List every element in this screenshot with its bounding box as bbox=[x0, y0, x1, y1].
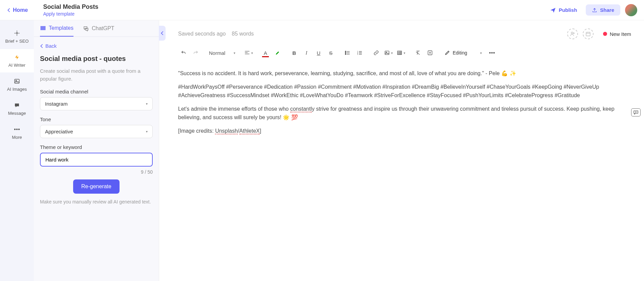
more-icon bbox=[489, 52, 495, 54]
svg-rect-14 bbox=[385, 51, 389, 55]
share-icon bbox=[592, 7, 597, 13]
new-item-label: New Item bbox=[610, 31, 631, 37]
home-label: Home bbox=[13, 7, 28, 13]
status-dot-icon bbox=[603, 32, 607, 36]
message-icon bbox=[14, 102, 20, 109]
regenerate-button[interactable]: Re-generate bbox=[73, 179, 120, 194]
underline-button[interactable]: U bbox=[313, 47, 324, 58]
insert-button[interactable] bbox=[425, 47, 435, 58]
chevron-down-icon: ▾ bbox=[146, 130, 148, 133]
chevron-left-icon bbox=[40, 44, 43, 48]
align-button[interactable]: ▾ bbox=[243, 47, 254, 58]
publish-label: Publish bbox=[559, 7, 577, 13]
chevron-left-icon bbox=[7, 8, 11, 13]
svg-point-6 bbox=[571, 32, 573, 34]
left-rail: Brief + SEO AI Writer AI Images Message bbox=[0, 20, 34, 281]
italic-button[interactable]: I bbox=[301, 47, 312, 58]
share-button[interactable]: Share bbox=[586, 4, 620, 16]
credit-link-2[interactable]: AthleteX bbox=[239, 128, 260, 134]
highlighter-icon bbox=[275, 50, 280, 56]
publish-button[interactable]: Publish bbox=[546, 4, 581, 16]
more-toolbar-button[interactable] bbox=[487, 47, 497, 58]
credit-link-1[interactable]: Unsplash bbox=[215, 128, 238, 134]
chevron-down-icon: ▾ bbox=[146, 102, 148, 106]
tab-label: Templates bbox=[49, 25, 73, 31]
editing-mode-label: Editing bbox=[453, 50, 467, 56]
char-count: 9 / 50 bbox=[40, 169, 153, 175]
rail-label: AI Writer bbox=[8, 63, 25, 68]
avatar[interactable] bbox=[625, 4, 637, 16]
rail-item-images[interactable]: AI Images bbox=[0, 73, 34, 96]
table-button[interactable]: ▾ bbox=[395, 47, 407, 58]
disclaimer: Make sure you manually review all AI gen… bbox=[40, 198, 153, 206]
back-label: Back bbox=[45, 43, 57, 49]
header-title-wrap: Social Media Posts Apply template bbox=[43, 3, 98, 17]
header: Home Social Media Posts Apply template P… bbox=[0, 0, 644, 20]
number-list-icon: 123 bbox=[357, 50, 362, 55]
image-button[interactable]: ▾ bbox=[383, 47, 394, 58]
tab-label: ChatGPT bbox=[92, 25, 114, 31]
tab-chatgpt[interactable]: ChatGPT bbox=[83, 25, 114, 37]
image-icon bbox=[14, 78, 20, 85]
paragraph-style-select[interactable]: Normal ▾ bbox=[207, 47, 237, 58]
link-button[interactable] bbox=[371, 47, 382, 58]
undo-icon bbox=[181, 50, 186, 56]
pencil-icon bbox=[445, 50, 450, 56]
person-plus-icon bbox=[570, 31, 575, 37]
calendar-button[interactable] bbox=[583, 28, 594, 39]
tab-templates[interactable]: Templates bbox=[40, 25, 73, 37]
svg-text:3: 3 bbox=[357, 53, 358, 55]
bold-button[interactable]: B bbox=[289, 47, 300, 58]
new-item-button[interactable]: New Item bbox=[598, 29, 636, 39]
back-button[interactable]: Back bbox=[40, 43, 153, 49]
style-value: Normal bbox=[209, 50, 225, 56]
chevron-down-icon: ▾ bbox=[234, 51, 235, 55]
number-list-button[interactable]: 123 bbox=[354, 47, 365, 58]
svg-point-9 bbox=[345, 52, 346, 53]
editor-content[interactable]: "Success is no accident. It is hard work… bbox=[178, 63, 636, 281]
content-body: Let's admire the immense efforts of thos… bbox=[178, 105, 636, 122]
share-label: Share bbox=[600, 7, 614, 13]
channel-select[interactable]: Instagram ▾ bbox=[40, 97, 153, 110]
editor-main: Saved seconds ago 85 words New Item bbox=[159, 20, 644, 281]
highlight-button[interactable] bbox=[272, 47, 283, 58]
rail-item-writer[interactable]: AI Writer bbox=[0, 49, 34, 72]
undo-button[interactable] bbox=[178, 47, 189, 58]
send-icon bbox=[550, 7, 556, 13]
add-comment-button[interactable] bbox=[631, 108, 641, 116]
svg-point-8 bbox=[345, 51, 346, 52]
align-left-icon bbox=[244, 50, 250, 55]
content-hashtags: #HardWorkPaysOff #Perseverance #Dedicati… bbox=[178, 83, 636, 100]
rail-item-more[interactable]: More bbox=[0, 121, 34, 145]
text-color-button[interactable]: A bbox=[260, 47, 271, 58]
redo-button[interactable] bbox=[190, 47, 201, 58]
redo-icon bbox=[193, 50, 198, 56]
strikethrough-button[interactable]: S bbox=[325, 47, 336, 58]
add-person-button[interactable] bbox=[567, 28, 578, 39]
panel-description: Create social media post with a quote fr… bbox=[40, 67, 153, 83]
bullet-list-button[interactable] bbox=[342, 47, 353, 58]
tone-label: Tone bbox=[40, 116, 153, 122]
editor-toolbar: Normal ▾ ▾ A B I U S 123 ▾ ▾ bbox=[178, 47, 636, 63]
more-icon bbox=[14, 126, 20, 133]
content-credits: [Image credits: Unsplash/AthleteX] bbox=[178, 127, 636, 135]
channel-value: Instagram bbox=[45, 101, 68, 107]
rail-label: Brief + SEO bbox=[5, 39, 29, 44]
editing-mode-select[interactable]: Editing ▾ bbox=[441, 50, 485, 56]
word-count: 85 words bbox=[232, 31, 254, 37]
svg-point-10 bbox=[345, 54, 346, 55]
chevron-down-icon: ▾ bbox=[480, 51, 482, 55]
calendar-icon bbox=[585, 31, 591, 37]
svg-point-0 bbox=[16, 33, 18, 34]
rail-item-brief[interactable]: Brief + SEO bbox=[0, 25, 34, 48]
theme-input-wrap[interactable] bbox=[40, 153, 153, 167]
apply-template-link[interactable]: Apply template bbox=[43, 11, 98, 17]
home-button[interactable]: Home bbox=[7, 7, 36, 13]
svg-point-4 bbox=[17, 129, 18, 130]
theme-input[interactable] bbox=[45, 157, 147, 163]
rail-item-message[interactable]: Message bbox=[0, 97, 34, 121]
sidebar-panel: Templates ChatGPT Back Social media post… bbox=[34, 20, 159, 281]
chevron-down-icon: ▾ bbox=[391, 51, 393, 55]
tone-select[interactable]: Appreciative ▾ bbox=[40, 125, 153, 138]
clear-format-button[interactable] bbox=[412, 47, 423, 58]
